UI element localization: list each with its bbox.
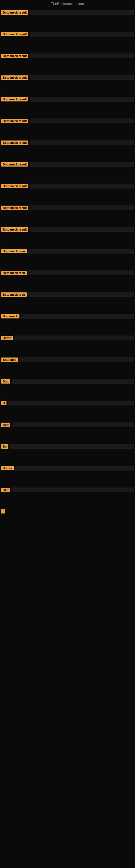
list-item: Bottleneck result [0, 182, 135, 190]
bar-container [30, 162, 134, 167]
bottleneck-badge[interactable]: Bottleneck resu [1, 292, 27, 297]
bar-container [30, 32, 134, 37]
bottleneck-badge[interactable]: Bottleneck result [1, 54, 28, 58]
list-item: Bottleneck result [0, 52, 135, 60]
bar-container [28, 271, 134, 275]
bottleneck-badge[interactable]: Bott [1, 423, 10, 427]
bar-container [30, 54, 134, 58]
list-item: Bottleneck result [0, 225, 135, 234]
list-item: I [0, 507, 135, 515]
list-item: Bottleneck resu [0, 247, 135, 255]
bottleneck-badge[interactable]: Bottleneck result [1, 119, 28, 123]
bar-container [19, 357, 134, 362]
bottleneck-badge[interactable]: Bottleneck result [1, 162, 28, 166]
bar-container [12, 422, 134, 427]
list-item: Bottleneck result [0, 30, 135, 38]
bottleneck-badge[interactable]: Bottlenec [1, 358, 18, 362]
site-header: TheBottlenecker.com [0, 0, 135, 8]
bottleneck-badge[interactable]: Bottleneck result [1, 97, 28, 101]
list-item: Bottleneck result [0, 160, 135, 168]
bottleneck-badge[interactable]: Bottleneck [1, 314, 19, 318]
list-item: Bottleneck result [0, 8, 135, 17]
list-item: B [0, 399, 135, 407]
bottleneck-badge[interactable]: Bottleneck result [1, 32, 28, 36]
list-item: Bo [0, 442, 135, 451]
bottleneck-badge[interactable]: Bottleneck result [1, 141, 28, 145]
bottleneck-badge[interactable]: Bottler [1, 466, 14, 470]
list-item: Bottlenec [0, 355, 135, 364]
list-item: Bottleneck result [0, 95, 135, 103]
list-item: Bottler [0, 464, 135, 472]
list-item: Bottleneck result [0, 73, 135, 82]
bottleneck-badge[interactable]: Bo [1, 444, 8, 448]
bar-container [21, 314, 134, 319]
bar-container [8, 401, 134, 405]
list-item: Bottleneck resu [0, 290, 135, 299]
bar-container [30, 119, 134, 123]
bar-container [14, 336, 134, 340]
bar-container [30, 184, 134, 188]
bottleneck-badge[interactable]: I [1, 509, 5, 514]
bar-container [28, 249, 134, 254]
site-title: TheBottlenecker.com [51, 2, 84, 6]
bar-container [28, 292, 134, 297]
list-item: Bolt [0, 486, 135, 494]
list-item: Bott [0, 421, 135, 429]
list-item: Bottleneck resu [0, 269, 135, 277]
list-item: Bottleneck result [0, 138, 135, 147]
bar-container [12, 379, 134, 384]
bar-container [30, 75, 134, 80]
bar-container [30, 205, 134, 210]
bar-container [30, 140, 134, 145]
bottleneck-badge[interactable]: Bottle [1, 336, 13, 340]
list-item: Bottleneck result [0, 117, 135, 125]
bar-container [30, 227, 134, 232]
bottleneck-badge[interactable]: Bottleneck resu [1, 271, 27, 275]
bottleneck-badge[interactable]: Bott [1, 379, 10, 383]
bottleneck-badge[interactable]: Bottleneck result [1, 206, 28, 210]
bar-container [12, 488, 134, 492]
bar-container [30, 97, 134, 102]
bar-container [15, 466, 134, 471]
bottleneck-badge[interactable]: Bottleneck result [1, 227, 28, 231]
bottleneck-badge[interactable]: Bottleneck resu [1, 249, 27, 253]
bar-container [10, 444, 134, 449]
bottleneck-badge[interactable]: Bottleneck result [1, 184, 28, 188]
bottleneck-badge[interactable]: B [1, 401, 6, 405]
bottleneck-badge[interactable]: Bottleneck result [1, 10, 28, 14]
bottleneck-badge[interactable]: Bolt [1, 488, 10, 492]
bottleneck-badge[interactable]: Bottleneck result [1, 75, 28, 80]
list-item: Bottleneck [0, 312, 135, 320]
list-item: Bott [0, 377, 135, 385]
bar-container [30, 10, 134, 15]
list-item: Bottleneck result [0, 204, 135, 212]
list-item: Bottle [0, 334, 135, 342]
